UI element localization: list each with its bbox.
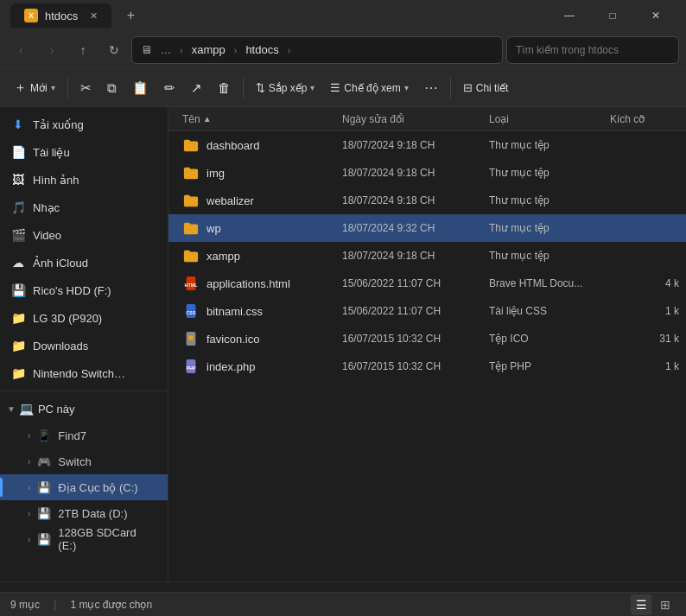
share-icon: ↗ (191, 80, 202, 96)
pictures-icon: 🖼 (10, 172, 26, 187)
switch-label: Switch (58, 455, 91, 468)
sidebar-label-video: Video (33, 229, 138, 242)
svg-text:HTML: HTML (185, 283, 199, 288)
sidebar-item-icloud[interactable]: ☁ Ảnh iCloud 📌 (0, 249, 168, 276)
file-name-img: img (206, 167, 225, 180)
rename-button[interactable]: ✏ (157, 74, 182, 102)
main-area: ⬇ Tải xuống 📌 📄 Tài liệu 📌 🖼 Hình ảnh 📌 … (0, 107, 686, 581)
folder-icon-img (182, 164, 200, 181)
file-size-favicon-ico: 31 k (610, 333, 679, 345)
minimize-button[interactable]: — (549, 3, 589, 29)
file-size-bitnami-css: 1 k (610, 305, 679, 317)
lg3d-icon: 📁 (10, 310, 26, 326)
forward-button[interactable]: › (38, 36, 66, 64)
2tb-d-chevron: › (28, 509, 30, 518)
sidebar-item-pictures[interactable]: 🖼 Hình ảnh 📌 (0, 166, 168, 194)
back-button[interactable]: ‹ (7, 36, 35, 64)
file-row-webalizer[interactable]: webalizer 18/07/2024 9:18 CH Thư mục tệp (168, 187, 686, 214)
copy-button[interactable]: ⧉ (100, 74, 124, 102)
up-button[interactable]: ↑ (69, 36, 97, 64)
file-name-bitnami-css: bitnami.css (206, 305, 263, 318)
search-placeholder: Tìm kiếm trong htdocs (516, 44, 619, 56)
sidebar-item-lg3d[interactable]: 📁 LG 3D (P920) (0, 304, 168, 332)
refresh-button[interactable]: ↻ (100, 36, 128, 64)
file-row-img[interactable]: img 18/07/2024 9:18 CH Thư mục tệp (168, 159, 686, 187)
col-header-type[interactable]: Loại (489, 113, 610, 125)
tab-htdocs[interactable]: X htdocs ✕ (10, 3, 111, 28)
file-row-favicon-ico[interactable]: favicon.ico 16/07/2015 10:32 CH Tệp ICO … (168, 325, 686, 352)
sidebar-sub-2tb-d[interactable]: › 💾 2TB Data (D:) (0, 500, 168, 526)
sidebar-item-music[interactable]: 🎵 Nhạc 📌 (0, 194, 168, 221)
sidebar-sub-local-c[interactable]: › 💾 Địa Cục bộ (C:) (0, 474, 168, 500)
file-row-bitnami-css[interactable]: CSS bitnami.css 15/06/2022 11:07 CH Tài … (168, 297, 686, 325)
sort-button[interactable]: ⇅ Sắp xếp ▾ (249, 74, 322, 102)
delete-button[interactable]: 🗑 (211, 74, 238, 102)
breadcrumb-xampp[interactable]: xampp (188, 41, 229, 58)
breadcrumb-arrow[interactable]: › (288, 45, 291, 55)
sidebar-item-ricos-hdd[interactable]: 💾 Rico's HDD (F:) (0, 276, 168, 304)
sidebar-group-this-pc[interactable]: ▼ 💻 PC này (0, 395, 168, 422)
file-row-applications-html[interactable]: HTML applications.html 15/06/2022 11:07 … (168, 270, 686, 297)
share-button[interactable]: ↗ (184, 74, 209, 102)
tab-close-icon[interactable]: ✕ (90, 10, 98, 22)
search-box[interactable]: Tìm kiếm trong htdocs (506, 36, 679, 64)
new-button[interactable]: ＋ Mới ▾ (7, 74, 62, 102)
documents-icon: 📄 (10, 144, 26, 160)
sidebar-item-documents[interactable]: 📄 Tài liệu 📌 (0, 138, 168, 166)
file-icon-index-php: PHP (182, 358, 200, 375)
cut-button[interactable]: ✂ (73, 74, 98, 102)
file-row-index-php[interactable]: PHP index.php 16/07/2015 10:32 CH Tệp PH… (168, 352, 686, 380)
sidebar: ⬇ Tải xuống 📌 📄 Tài liệu 📌 🖼 Hình ảnh 📌 … (0, 107, 168, 581)
file-type-img: Thư mục tệp (489, 167, 610, 179)
sidebar-sub-switch[interactable]: › 🎮 Switch (0, 448, 168, 474)
svg-text:PHP: PHP (186, 365, 195, 371)
svg-rect-5 (188, 335, 193, 340)
details-button[interactable]: ⊟ Chi tiết (456, 74, 516, 102)
nav-bar: ‹ › ↑ ↻ 🖥 … › xampp › htdocs › Tìm kiếm … (0, 31, 686, 69)
file-row-dashboard[interactable]: dashboard 18/07/2024 9:18 CH Thư mục tệp (168, 131, 686, 159)
toolbar-sep-1 (67, 78, 68, 98)
view-mode-button[interactable]: ☰ Chế độ xem ▾ (323, 74, 415, 102)
file-date-img: 18/07/2024 9:18 CH (342, 167, 489, 179)
file-size-applications-html: 4 k (610, 277, 679, 289)
toolbar-sep-3 (450, 78, 451, 98)
breadcrumb-ellipsis[interactable]: … (157, 42, 175, 58)
file-row-xampp[interactable]: xampp 18/07/2024 9:18 CH Thư mục tệp (168, 242, 686, 270)
tab-icon: X (24, 9, 38, 22)
sidebar-item-downloads[interactable]: ⬇ Tải xuống 📌 (0, 111, 168, 138)
this-pc-chevron: ▼ (7, 404, 16, 414)
file-type-applications-html: Brave HTML Docu... (489, 277, 610, 289)
address-bar[interactable]: 🖥 … › xampp › htdocs › (131, 36, 503, 64)
sidebar-item-video[interactable]: 🎬 Video 📌 (0, 221, 168, 249)
switch-chevron: › (28, 457, 30, 467)
rename-icon: ✏ (164, 80, 175, 96)
maximize-button[interactable]: □ (593, 3, 632, 29)
view-dropdown-icon: ▾ (404, 83, 409, 92)
file-name-applications-html: applications.html (206, 277, 290, 290)
local-c-label: Địa Cục bộ (C:) (58, 481, 137, 494)
sidebar-sub-128gb-e[interactable]: › 💾 128GB SDCard (E:) (0, 526, 168, 552)
file-type-bitnami-css: Tài liệu CSS (489, 305, 610, 317)
horizontal-scrollbar[interactable] (0, 581, 686, 592)
new-tab-button[interactable]: + (118, 3, 143, 28)
list-view-button[interactable]: ☰ (631, 594, 651, 615)
sidebar-item-nintendo[interactable]: 📁 Nintendo Switch Lite b (0, 359, 168, 387)
sidebar-sub-find7[interactable]: › 📱 Find7 (0, 422, 168, 448)
paste-button[interactable]: 📋 (125, 74, 156, 102)
more-options-button[interactable]: ⋯ (417, 74, 445, 102)
file-row-wp[interactable]: wp 18/07/2024 9:32 CH Thư mục tệp (168, 214, 686, 242)
breadcrumb-htdocs[interactable]: htdocs (242, 41, 282, 58)
file-date-applications-html: 15/06/2022 11:07 CH (342, 277, 489, 289)
this-pc-icon: 💻 (19, 401, 35, 416)
breadcrumb-sep-1: › (180, 45, 183, 55)
col-header-date[interactable]: Ngày sửa đổi (342, 113, 489, 125)
col-header-size[interactable]: Kích cỡ (610, 113, 679, 125)
col-header-name[interactable]: Tên ▲ (175, 113, 342, 125)
sidebar-label-downloads: Tải xuống (33, 118, 138, 131)
grid-view-button[interactable]: ⊞ (655, 594, 676, 615)
file-date-index-php: 16/07/2015 10:32 CH (342, 360, 489, 372)
sidebar-label-lg3d: LG 3D (P920) (33, 312, 157, 325)
copy-icon: ⧉ (107, 80, 117, 96)
close-button[interactable]: ✕ (636, 3, 676, 29)
sidebar-item-downloads-folder[interactable]: 📁 Downloads (0, 332, 168, 359)
